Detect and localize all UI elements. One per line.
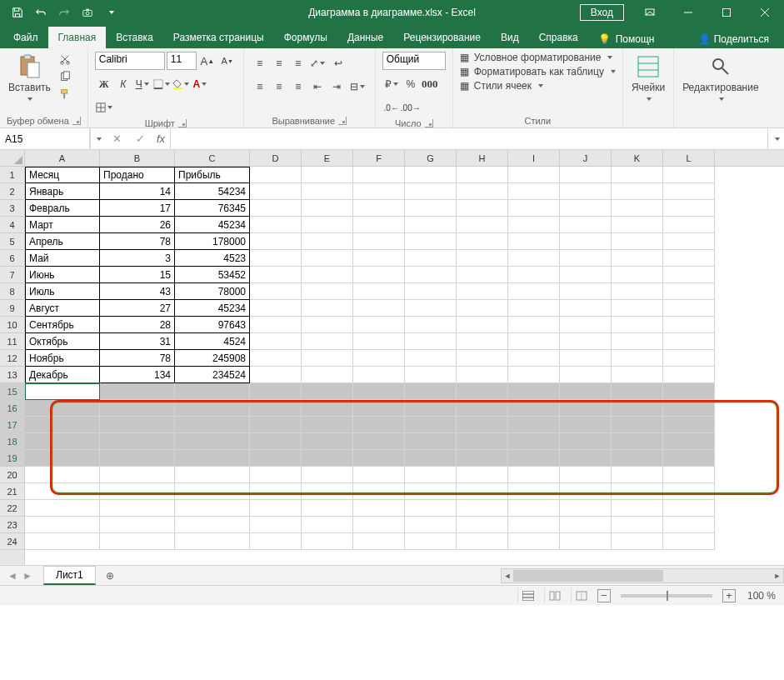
cell[interactable] bbox=[353, 250, 405, 267]
cell[interactable] bbox=[457, 333, 508, 350]
cell[interactable] bbox=[663, 350, 715, 367]
cell[interactable] bbox=[302, 167, 353, 183]
cell[interactable]: 28 bbox=[100, 317, 175, 333]
cell[interactable] bbox=[250, 483, 302, 500]
row-header[interactable]: 16 bbox=[0, 400, 24, 417]
cell[interactable] bbox=[508, 317, 560, 333]
scroll-left-icon[interactable]: ◄ bbox=[502, 569, 513, 582]
cell[interactable]: 78 bbox=[100, 350, 175, 367]
cell[interactable] bbox=[560, 383, 612, 400]
cell[interactable] bbox=[302, 483, 353, 500]
cell[interactable] bbox=[612, 400, 663, 417]
cell[interactable] bbox=[560, 417, 612, 433]
cell[interactable] bbox=[663, 200, 715, 217]
cell[interactable] bbox=[353, 517, 405, 533]
cell[interactable]: Апрель bbox=[25, 233, 100, 250]
cell[interactable]: 97643 bbox=[175, 317, 250, 333]
column-headers[interactable]: ABCDEFGHIJKL bbox=[25, 150, 784, 167]
cell[interactable] bbox=[457, 167, 508, 183]
cell[interactable] bbox=[663, 417, 715, 433]
cell[interactable] bbox=[457, 450, 508, 467]
camera-icon[interactable] bbox=[77, 2, 98, 23]
name-box-dropdown-icon[interactable] bbox=[90, 128, 105, 149]
row-header[interactable]: 23 bbox=[0, 517, 24, 533]
add-sheet-icon[interactable]: ⊕ bbox=[101, 567, 119, 585]
qat-customize-icon[interactable] bbox=[100, 2, 122, 23]
cell[interactable] bbox=[175, 467, 250, 483]
cell[interactable] bbox=[100, 467, 175, 483]
cell[interactable] bbox=[560, 267, 612, 283]
cell[interactable] bbox=[25, 500, 100, 517]
cell[interactable] bbox=[250, 433, 302, 450]
cell[interactable] bbox=[302, 383, 353, 400]
cell[interactable] bbox=[508, 417, 560, 433]
cell[interactable] bbox=[612, 383, 663, 400]
cell[interactable]: 4524 bbox=[175, 333, 250, 350]
cell[interactable] bbox=[508, 533, 560, 550]
cell[interactable] bbox=[353, 467, 405, 483]
cell[interactable] bbox=[405, 183, 457, 200]
font-name-select[interactable]: Calibri bbox=[95, 52, 165, 70]
cell[interactable] bbox=[508, 450, 560, 467]
cell[interactable] bbox=[353, 367, 405, 383]
cell[interactable] bbox=[663, 283, 715, 300]
cell[interactable]: 4523 bbox=[175, 250, 250, 267]
cell[interactable]: 76345 bbox=[175, 200, 250, 217]
cell[interactable] bbox=[612, 200, 663, 217]
cell[interactable] bbox=[25, 383, 100, 400]
tab-file[interactable]: Файл bbox=[3, 27, 48, 48]
cell[interactable] bbox=[612, 450, 663, 467]
row-header[interactable]: 3 bbox=[0, 200, 24, 217]
cell[interactable] bbox=[302, 333, 353, 350]
undo-icon[interactable] bbox=[30, 2, 52, 23]
cell[interactable] bbox=[250, 500, 302, 517]
underline-button[interactable]: Ч bbox=[133, 75, 152, 93]
cell[interactable] bbox=[405, 200, 457, 217]
scroll-thumb[interactable] bbox=[513, 570, 663, 582]
cell[interactable]: Месяц bbox=[25, 167, 100, 183]
cell[interactable] bbox=[663, 333, 715, 350]
cell[interactable] bbox=[508, 333, 560, 350]
cell[interactable]: Октябрь bbox=[25, 333, 100, 350]
dialog-launcher-icon[interactable] bbox=[72, 117, 81, 125]
cell[interactable] bbox=[353, 333, 405, 350]
merge-icon[interactable]: ⊟ bbox=[347, 78, 368, 96]
cell[interactable] bbox=[353, 450, 405, 467]
orientation-icon[interactable]: ⤢ bbox=[308, 54, 327, 72]
cell[interactable]: 3 bbox=[100, 250, 175, 267]
cell[interactable] bbox=[250, 250, 302, 267]
row-header[interactable]: 18 bbox=[0, 433, 24, 450]
cell[interactable] bbox=[25, 450, 100, 467]
comma-icon[interactable]: 000 bbox=[421, 75, 439, 93]
cell[interactable] bbox=[560, 333, 612, 350]
cell[interactable] bbox=[508, 267, 560, 283]
borders-icon[interactable] bbox=[152, 75, 171, 93]
cell[interactable] bbox=[560, 450, 612, 467]
cell[interactable]: 14 bbox=[100, 183, 175, 200]
cell[interactable] bbox=[250, 217, 302, 233]
cell[interactable] bbox=[560, 283, 612, 300]
row-header[interactable]: 7 bbox=[0, 267, 24, 283]
cell[interactable] bbox=[457, 217, 508, 233]
cell[interactable]: 78000 bbox=[175, 283, 250, 300]
cell[interactable]: 54234 bbox=[175, 183, 250, 200]
cell[interactable] bbox=[353, 217, 405, 233]
cell[interactable] bbox=[250, 417, 302, 433]
cell[interactable] bbox=[612, 233, 663, 250]
redo-icon[interactable] bbox=[53, 2, 75, 23]
cell[interactable] bbox=[457, 400, 508, 417]
italic-button[interactable]: К bbox=[114, 75, 132, 93]
cell[interactable] bbox=[457, 317, 508, 333]
cell[interactable] bbox=[250, 467, 302, 483]
cell[interactable] bbox=[302, 233, 353, 250]
cell[interactable] bbox=[250, 167, 302, 183]
cell[interactable] bbox=[612, 333, 663, 350]
cell[interactable] bbox=[100, 383, 175, 400]
cell[interactable] bbox=[302, 450, 353, 467]
format-painter-icon[interactable] bbox=[56, 87, 74, 102]
cell[interactable] bbox=[612, 533, 663, 550]
page-layout-view-icon[interactable] bbox=[544, 588, 566, 604]
cell[interactable] bbox=[457, 300, 508, 317]
cell[interactable] bbox=[457, 500, 508, 517]
cell[interactable] bbox=[508, 217, 560, 233]
